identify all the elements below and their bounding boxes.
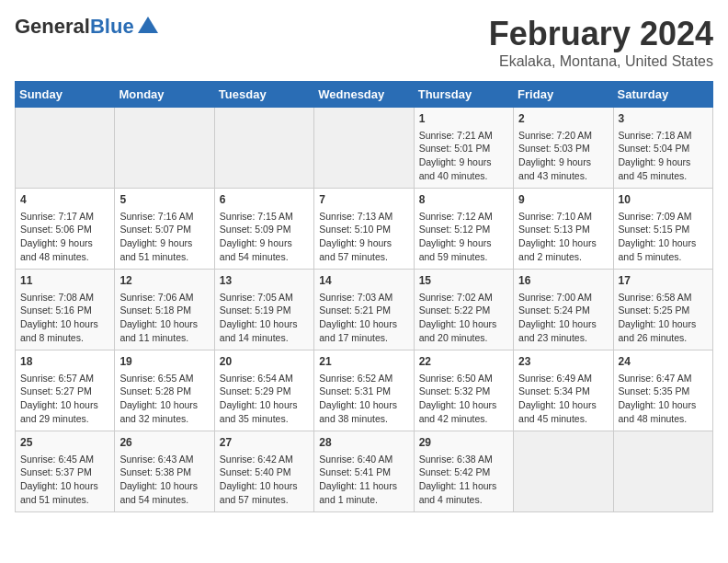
calendar-cell: 18Sunrise: 6:57 AM Sunset: 5:27 PM Dayli… bbox=[16, 350, 115, 431]
day-info: Sunrise: 6:47 AM Sunset: 5:35 PM Dayligh… bbox=[619, 372, 708, 426]
calendar-cell: 26Sunrise: 6:43 AM Sunset: 5:38 PM Dayli… bbox=[115, 431, 214, 512]
day-number: 2 bbox=[518, 111, 608, 127]
calendar-cell: 10Sunrise: 7:09 AM Sunset: 5:15 PM Dayli… bbox=[613, 189, 712, 270]
calendar-cell: 8Sunrise: 7:12 AM Sunset: 5:12 PM Daylig… bbox=[414, 189, 513, 270]
day-number: 18 bbox=[20, 354, 109, 370]
day-number: 19 bbox=[119, 354, 209, 370]
day-info: Sunrise: 7:03 AM Sunset: 5:21 PM Dayligh… bbox=[319, 291, 408, 345]
calendar-cell: 17Sunrise: 6:58 AM Sunset: 5:25 PM Dayli… bbox=[613, 270, 712, 350]
day-number: 22 bbox=[419, 354, 508, 370]
day-info: Sunrise: 6:50 AM Sunset: 5:32 PM Dayligh… bbox=[419, 372, 508, 426]
day-number: 25 bbox=[20, 435, 109, 451]
day-number: 1 bbox=[419, 111, 508, 127]
weekday-header-saturday: Saturday bbox=[613, 82, 712, 108]
day-number: 3 bbox=[619, 111, 708, 127]
page-subtitle: Ekalaka, Montana, United States bbox=[489, 53, 713, 70]
calendar-week-2: 4Sunrise: 7:17 AM Sunset: 5:06 PM Daylig… bbox=[16, 189, 713, 270]
day-number: 6 bbox=[220, 192, 309, 208]
calendar-cell: 27Sunrise: 6:42 AM Sunset: 5:40 PM Dayli… bbox=[214, 431, 313, 512]
calendar-table: SundayMondayTuesdayWednesdayThursdayFrid… bbox=[15, 81, 713, 512]
logo-general: General bbox=[15, 15, 90, 39]
calendar-cell bbox=[314, 108, 414, 189]
day-info: Sunrise: 7:15 AM Sunset: 5:09 PM Dayligh… bbox=[220, 210, 309, 264]
day-info: Sunrise: 6:52 AM Sunset: 5:31 PM Dayligh… bbox=[319, 372, 408, 426]
day-number: 17 bbox=[619, 273, 708, 289]
day-number: 23 bbox=[518, 354, 608, 370]
day-number: 4 bbox=[20, 192, 109, 208]
day-number: 9 bbox=[518, 192, 608, 208]
day-number: 12 bbox=[119, 273, 209, 289]
day-info: Sunrise: 6:58 AM Sunset: 5:25 PM Dayligh… bbox=[619, 291, 708, 345]
day-info: Sunrise: 6:40 AM Sunset: 5:41 PM Dayligh… bbox=[319, 453, 408, 507]
day-number: 24 bbox=[619, 354, 708, 370]
page-header: General Blue February 2024 Ekalaka, Mont… bbox=[15, 15, 713, 70]
day-info: Sunrise: 7:21 AM Sunset: 5:01 PM Dayligh… bbox=[419, 129, 508, 183]
day-info: Sunrise: 6:57 AM Sunset: 5:27 PM Dayligh… bbox=[20, 372, 109, 426]
calendar-cell bbox=[16, 108, 115, 189]
calendar-cell: 11Sunrise: 7:08 AM Sunset: 5:16 PM Dayli… bbox=[16, 270, 115, 350]
calendar-cell: 22Sunrise: 6:50 AM Sunset: 5:32 PM Dayli… bbox=[414, 350, 513, 431]
day-info: Sunrise: 6:42 AM Sunset: 5:40 PM Dayligh… bbox=[220, 453, 309, 507]
page-title: February 2024 bbox=[489, 15, 713, 53]
calendar-cell: 23Sunrise: 6:49 AM Sunset: 5:34 PM Dayli… bbox=[514, 350, 613, 431]
title-block: February 2024 Ekalaka, Montana, United S… bbox=[489, 15, 713, 70]
day-number: 28 bbox=[319, 435, 408, 451]
calendar-cell: 15Sunrise: 7:02 AM Sunset: 5:22 PM Dayli… bbox=[414, 270, 513, 350]
day-number: 21 bbox=[319, 354, 408, 370]
day-number: 14 bbox=[319, 273, 408, 289]
logo-blue: Blue bbox=[90, 15, 134, 39]
calendar-cell: 1Sunrise: 7:21 AM Sunset: 5:01 PM Daylig… bbox=[414, 108, 513, 189]
day-info: Sunrise: 7:09 AM Sunset: 5:15 PM Dayligh… bbox=[619, 210, 708, 264]
day-info: Sunrise: 7:12 AM Sunset: 5:12 PM Dayligh… bbox=[419, 210, 508, 264]
calendar-cell bbox=[613, 431, 712, 512]
day-info: Sunrise: 6:49 AM Sunset: 5:34 PM Dayligh… bbox=[518, 372, 608, 426]
day-number: 15 bbox=[419, 273, 508, 289]
calendar-cell bbox=[514, 431, 613, 512]
calendar-week-4: 18Sunrise: 6:57 AM Sunset: 5:27 PM Dayli… bbox=[16, 350, 713, 431]
day-number: 16 bbox=[518, 273, 608, 289]
weekday-header-monday: Monday bbox=[115, 82, 214, 108]
calendar-cell: 19Sunrise: 6:55 AM Sunset: 5:28 PM Dayli… bbox=[115, 350, 214, 431]
day-info: Sunrise: 7:13 AM Sunset: 5:10 PM Dayligh… bbox=[319, 210, 408, 264]
logo-icon bbox=[138, 17, 158, 33]
weekday-header-friday: Friday bbox=[514, 82, 613, 108]
calendar-week-3: 11Sunrise: 7:08 AM Sunset: 5:16 PM Dayli… bbox=[16, 270, 713, 350]
logo: General Blue bbox=[15, 15, 158, 39]
day-info: Sunrise: 6:54 AM Sunset: 5:29 PM Dayligh… bbox=[220, 372, 309, 426]
day-info: Sunrise: 7:17 AM Sunset: 5:06 PM Dayligh… bbox=[20, 210, 109, 264]
day-number: 8 bbox=[419, 192, 508, 208]
calendar-cell: 16Sunrise: 7:00 AM Sunset: 5:24 PM Dayli… bbox=[514, 270, 613, 350]
svg-marker-0 bbox=[138, 17, 158, 33]
calendar-header: SundayMondayTuesdayWednesdayThursdayFrid… bbox=[16, 82, 713, 108]
day-number: 5 bbox=[119, 192, 209, 208]
calendar-cell: 21Sunrise: 6:52 AM Sunset: 5:31 PM Dayli… bbox=[314, 350, 414, 431]
calendar-cell: 28Sunrise: 6:40 AM Sunset: 5:41 PM Dayli… bbox=[314, 431, 414, 512]
calendar-cell: 5Sunrise: 7:16 AM Sunset: 5:07 PM Daylig… bbox=[115, 189, 214, 270]
weekday-header-row: SundayMondayTuesdayWednesdayThursdayFrid… bbox=[16, 82, 713, 108]
day-info: Sunrise: 7:20 AM Sunset: 5:03 PM Dayligh… bbox=[518, 129, 608, 183]
day-number: 27 bbox=[220, 435, 309, 451]
day-info: Sunrise: 7:02 AM Sunset: 5:22 PM Dayligh… bbox=[419, 291, 508, 345]
day-number: 29 bbox=[419, 435, 508, 451]
calendar-cell: 14Sunrise: 7:03 AM Sunset: 5:21 PM Dayli… bbox=[314, 270, 414, 350]
calendar-cell: 25Sunrise: 6:45 AM Sunset: 5:37 PM Dayli… bbox=[16, 431, 115, 512]
day-number: 10 bbox=[619, 192, 708, 208]
calendar-cell: 2Sunrise: 7:20 AM Sunset: 5:03 PM Daylig… bbox=[514, 108, 613, 189]
calendar-cell: 6Sunrise: 7:15 AM Sunset: 5:09 PM Daylig… bbox=[214, 189, 313, 270]
calendar-body: 1Sunrise: 7:21 AM Sunset: 5:01 PM Daylig… bbox=[16, 108, 713, 512]
calendar-cell: 9Sunrise: 7:10 AM Sunset: 5:13 PM Daylig… bbox=[514, 189, 613, 270]
day-info: Sunrise: 6:55 AM Sunset: 5:28 PM Dayligh… bbox=[119, 372, 209, 426]
weekday-header-wednesday: Wednesday bbox=[314, 82, 414, 108]
calendar-cell: 3Sunrise: 7:18 AM Sunset: 5:04 PM Daylig… bbox=[613, 108, 712, 189]
day-info: Sunrise: 6:38 AM Sunset: 5:42 PM Dayligh… bbox=[419, 453, 508, 507]
calendar-week-1: 1Sunrise: 7:21 AM Sunset: 5:01 PM Daylig… bbox=[16, 108, 713, 189]
day-info: Sunrise: 7:16 AM Sunset: 5:07 PM Dayligh… bbox=[119, 210, 209, 264]
day-info: Sunrise: 6:43 AM Sunset: 5:38 PM Dayligh… bbox=[119, 453, 209, 507]
calendar-cell: 29Sunrise: 6:38 AM Sunset: 5:42 PM Dayli… bbox=[414, 431, 513, 512]
calendar-cell bbox=[214, 108, 313, 189]
day-number: 11 bbox=[20, 273, 109, 289]
calendar-cell: 13Sunrise: 7:05 AM Sunset: 5:19 PM Dayli… bbox=[214, 270, 313, 350]
day-number: 20 bbox=[220, 354, 309, 370]
weekday-header-tuesday: Tuesday bbox=[214, 82, 313, 108]
calendar-cell: 12Sunrise: 7:06 AM Sunset: 5:18 PM Dayli… bbox=[115, 270, 214, 350]
